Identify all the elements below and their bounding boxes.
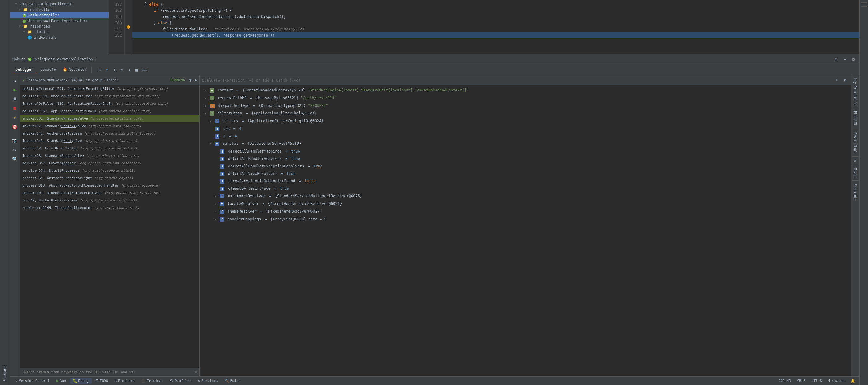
breakpoints-icon[interactable]: ⚡ (11, 114, 19, 121)
tab-services[interactable]: ⚙ Services (195, 378, 221, 384)
frame-item[interactable]: service:374, Http11Processor (org.apache… (20, 167, 199, 174)
tree-item-pathcontroller[interactable]: C PathController (10, 12, 109, 18)
tab-debugger[interactable]: Debugger (12, 66, 37, 73)
line-ending-indicator[interactable]: CRLF (795, 378, 807, 383)
key-promoter-label[interactable]: Key Promoter X (852, 76, 858, 106)
tab-actuator[interactable]: 🔥 Actuator (60, 66, 90, 73)
tree-item-springbootapp[interactable]: C SpringbootTomcatApplication (10, 18, 109, 24)
var-cleanupafterinclude[interactable]: ▶ f cleanupAfterInclude = true (199, 185, 850, 192)
minimize-icon[interactable]: − (841, 56, 848, 63)
tab-terminal[interactable]: ⬛ Terminal (138, 378, 166, 384)
frame-item[interactable]: doFilter:119, OncePerRequestFilter (org.… (20, 93, 199, 100)
evaluate-expression-input[interactable] (202, 78, 832, 83)
var-throwexceptionifnohandlerfound[interactable]: ▶ f throwExceptionIfNoHandlerFound = fal… (199, 177, 850, 185)
tab-run[interactable]: ▶ Run (53, 378, 69, 384)
var-servlet[interactable]: f servlet = {DispatcherServlet@5319} (199, 140, 850, 148)
frame-item[interactable]: service:357, CoyoteAdapter (org.apache.c… (20, 160, 199, 167)
frame-item[interactable]: process:65, AbstractProcessorLight (org.… (20, 174, 199, 182)
tree-item-indexhtml[interactable]: 🌐 index.html (10, 35, 109, 40)
var-themeresolver[interactable]: f themeResolver = {FixedThemeResolver@60… (199, 208, 850, 216)
show-frames-icon[interactable]: ≡ (96, 66, 103, 73)
frame-item[interactable]: doFilter:162, ApplicationFilterChain (or… (20, 107, 199, 115)
tree-item-controller[interactable]: ▼ 📁 controller (10, 7, 109, 12)
pause-btn[interactable]: ⏸ (11, 95, 19, 103)
frame-item[interactable]: internalDoFilter:189, ApplicationFilterC… (20, 100, 199, 107)
var-localeresolver[interactable]: f localeResolver = {AcceptHeaderLocaleRe… (199, 200, 850, 208)
var-detectallviewresolvers[interactable]: ▶ f detectAllViewResolvers = true (199, 170, 850, 177)
frame-item[interactable]: invoke:78, StandardEngineValve (org.apac… (20, 152, 199, 160)
settings-icon[interactable]: ⚙ (833, 56, 839, 63)
notification-icon[interactable]: 🔔 (849, 378, 857, 383)
settings-watch-icon[interactable]: ▼ (841, 77, 848, 84)
thread-info: "http-nio-8080-exec-3"@4,847 in group "m… (26, 78, 168, 82)
var-handlermappings[interactable]: f handlerMappings = {ArrayList@6028} siz… (199, 216, 850, 223)
variables-toolbar: + ▼ (199, 75, 850, 85)
step-over-icon[interactable]: ↓ (111, 66, 118, 73)
tab-build[interactable]: 🔨 Build (222, 378, 244, 384)
tree-item-resources[interactable]: ▼ 📁 resources (10, 24, 109, 29)
tree-item-package[interactable]: ▼ com.zwj.springboottomcat (10, 1, 109, 7)
var-detectallhandlermappings[interactable]: ▶ f detectAllHandlerMappings = true (199, 148, 850, 155)
collapse-icon[interactable]: 🔍 (11, 155, 19, 163)
encoding-indicator[interactable]: UTF-8 (810, 378, 824, 383)
var-pos[interactable]: ▶ f pos = 4 (199, 125, 850, 132)
tab-version-control[interactable]: ⑂ Version Control (12, 378, 53, 384)
resume-icon[interactable]: ↑ (103, 66, 111, 73)
bookmarks-label[interactable]: Bookmarks (2, 362, 7, 384)
var-filterchain[interactable]: = filterChain = {ApplicationFilterChain@… (199, 109, 850, 117)
tab-debug[interactable]: 🐛 Debug (70, 378, 92, 384)
indent-indicator[interactable]: 4 spaces (826, 378, 846, 383)
settings-btn[interactable]: ⚙ (11, 146, 19, 154)
position-indicator[interactable]: 201:43 (777, 378, 793, 383)
camera-icon[interactable]: 📷 (11, 137, 19, 144)
var-n[interactable]: ▶ f n = 4 (199, 132, 850, 140)
tab-problems[interactable]: ⚠ Problems (112, 378, 137, 384)
var-detectallhandlerexceptionresolvers[interactable]: ▶ f detectAllHandlerExceptionResolvers =… (199, 162, 850, 170)
frame-item[interactable]: doFilterInternal:201, CharacterEncodingF… (20, 85, 199, 93)
frame-item[interactable]: invoke:143, StandardHostValve (org.apach… (20, 137, 199, 145)
m-label[interactable]: m (852, 158, 858, 163)
resume-btn[interactable]: ▶ (11, 86, 19, 93)
stop-btn[interactable]: ■ (11, 104, 19, 112)
mute-icon[interactable]: 🎯 (11, 123, 19, 130)
frames-footer: Switch frames from anywhere in the IDE w… (20, 367, 199, 376)
frame-item[interactable]: doRun:1707, NioEndpoint$SocketProcessor … (20, 189, 199, 197)
frame-item[interactable]: invoke:92, ErrorReportValve (org.apache.… (20, 145, 199, 152)
add-watch-icon[interactable]: + (833, 77, 840, 84)
tree-item-static[interactable]: ▼ 📁 static (10, 29, 109, 35)
var-requestpathmb[interactable]: = requestPathMB = {MessageBytes@5321} "/… (199, 94, 850, 102)
frame-item[interactable]: runWorker:1149, ThreadPoolExecutor (java… (20, 204, 199, 212)
debug-close-btn[interactable]: × (94, 57, 96, 61)
plantuml-label[interactable]: PlantUML (852, 109, 858, 128)
tab-todo[interactable]: ☰ TODO (92, 378, 111, 384)
var-multipartresolver[interactable]: f multipartResolver = {StandardServletMu… (199, 192, 850, 200)
var-icon: E (210, 104, 215, 108)
frame-item[interactable]: invoke:97, StandardContextValve (org.apa… (20, 123, 199, 130)
debug-tab[interactable]: ⚙ SpringbootTomcatApplication × (28, 57, 96, 61)
var-icon: f (220, 194, 224, 198)
var-detectallhandleradapters[interactable]: ▶ f detectAllHandlerAdapters = true (199, 155, 850, 162)
code-line-200: } else { (132, 20, 859, 26)
var-dispatchertype[interactable]: ▶ E dispatcherType = {DispatcherType@532… (199, 102, 850, 109)
restart-icon[interactable]: ↺ (11, 76, 19, 84)
var-context[interactable]: = context = {TomcatEmbeddedContext@5320}… (199, 87, 850, 94)
frame-item[interactable]: invoke:542, AuthenticatorBase (org.apach… (20, 130, 199, 137)
tab-console[interactable]: Console (37, 66, 59, 73)
threads-icon[interactable]: ≡≡ (141, 66, 148, 73)
step-into-icon[interactable]: ↑ (118, 66, 125, 73)
frame-item-selected[interactable]: invoke:202, StandardWrapperValve (org.ap… (20, 115, 199, 123)
frames-icon[interactable]: ▦ (133, 66, 140, 73)
frame-item[interactable]: process:893, AbstractProtocol$Connection… (20, 182, 199, 189)
code-line-199: request.getAsyncContextInternal().doInte… (132, 13, 859, 20)
step-out-icon[interactable]: ↕ (126, 66, 133, 73)
layout-icon[interactable]: □ (850, 56, 857, 63)
endpoints-label[interactable]: Endpoints (852, 182, 858, 202)
code-editor: 197 198 199 200 201 202 } else { if (req… (109, 0, 859, 54)
var-filters[interactable]: f filters = {ApplicationFilterConfig[10]… (199, 117, 850, 125)
profiler-label: Profiler (175, 379, 191, 383)
frames-footer-close[interactable]: × (195, 370, 197, 374)
frame-item[interactable]: run:49, SocketProcessorBase (org.apache.… (20, 197, 199, 204)
maven-label[interactable]: Maven (852, 166, 858, 179)
tab-profiler[interactable]: ⏱ Profiler (167, 378, 194, 384)
restfultool-label[interactable]: RestfulTool (852, 130, 858, 155)
